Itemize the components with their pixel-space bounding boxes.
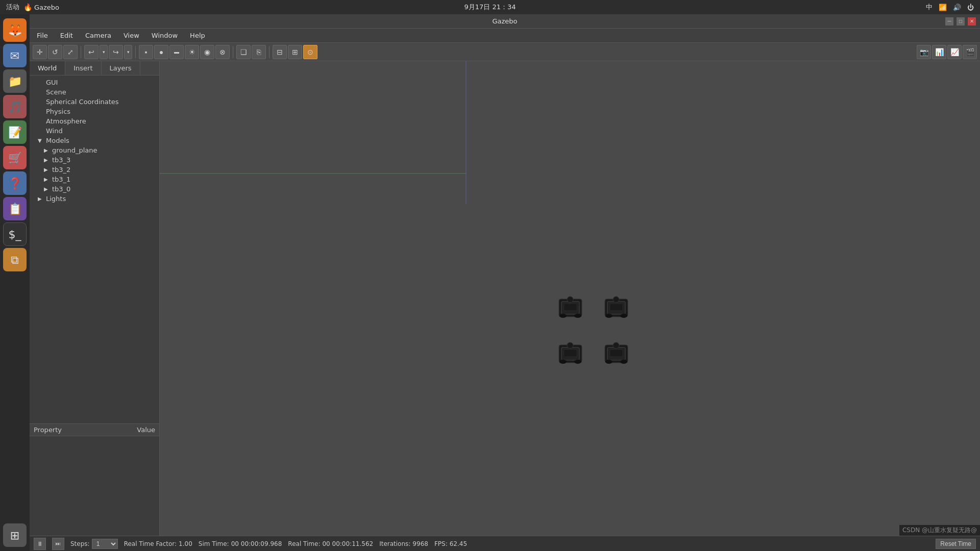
minimize-button[interactable]: ─ bbox=[945, 17, 953, 26]
tree-item-wind[interactable]: Wind bbox=[30, 126, 159, 136]
dock-code[interactable]: 📋 bbox=[3, 197, 27, 220]
tree-item-atmosphere[interactable]: Atmosphere bbox=[30, 116, 159, 126]
iterations-item: Iterations: 9968 bbox=[379, 540, 428, 547]
robot-svg-tb3-0 bbox=[600, 337, 633, 370]
step-button[interactable]: ⏭ bbox=[52, 538, 64, 550]
window-title: Gazebo bbox=[492, 17, 517, 25]
maximize-button[interactable]: □ bbox=[957, 17, 965, 26]
rotate-tool-button[interactable]: ↺ bbox=[48, 45, 62, 59]
power-icon: ⏻ bbox=[967, 4, 974, 11]
reset-time-button[interactable]: Reset Time bbox=[936, 539, 976, 549]
tree-item-spherical-coordinates[interactable]: Spherical Coordinates bbox=[30, 97, 159, 107]
menu-edit[interactable]: Edit bbox=[55, 30, 78, 41]
dock-writer[interactable]: 📝 bbox=[3, 120, 27, 144]
arrow-tb3-0: ▶ bbox=[44, 186, 50, 192]
menu-window[interactable]: Window bbox=[146, 30, 183, 41]
redo-dropdown-button[interactable]: ▾ bbox=[124, 45, 132, 59]
cylinder-button[interactable]: ▬ bbox=[169, 45, 184, 59]
undo-dropdown-button[interactable]: ▾ bbox=[100, 45, 108, 59]
tree-item-tb3-2[interactable]: ▶ tb3_2 bbox=[30, 165, 159, 174]
log-button[interactable]: 📊 bbox=[932, 45, 946, 59]
paste-button[interactable]: ⎘ bbox=[252, 45, 266, 59]
scale-tool-button[interactable]: ⤢ bbox=[63, 45, 78, 59]
system-datetime: 9月17日 21：34 bbox=[464, 3, 516, 12]
robot-svg-tb3-3 bbox=[554, 291, 587, 324]
undo-icon: ↩ bbox=[88, 48, 94, 56]
screenshot-button[interactable]: 📷 bbox=[917, 45, 931, 59]
robot-tb3-0[interactable] bbox=[599, 336, 634, 371]
measure-button[interactable]: ⊙ bbox=[303, 45, 317, 59]
menu-help[interactable]: Help bbox=[185, 30, 210, 41]
tree-item-models[interactable]: ▼ Models bbox=[30, 136, 159, 145]
property-panel: Property Value bbox=[30, 423, 159, 536]
robots-container bbox=[553, 290, 640, 377]
activity-label[interactable]: 活动 bbox=[6, 3, 19, 12]
align-button[interactable]: ⊟ bbox=[273, 45, 287, 59]
dock-mail[interactable]: ✉ bbox=[3, 44, 27, 67]
close-button[interactable]: ✕ bbox=[968, 17, 976, 26]
copy-button[interactable]: ❑ bbox=[236, 45, 251, 59]
real-time-factor-item: Real Time Factor: 1.00 bbox=[124, 540, 192, 547]
tree-item-scene[interactable]: Scene bbox=[30, 87, 159, 97]
svg-point-6 bbox=[567, 296, 573, 303]
dock-terminal[interactable]: $_ bbox=[3, 222, 27, 246]
tree-item-gui[interactable]: GUI bbox=[30, 78, 159, 87]
spot-light-button[interactable]: ⊗ bbox=[215, 45, 230, 59]
system-bar: 活动 🔥 Gazebo 9月17日 21：34 中 📶 🔊 ⏻ bbox=[0, 0, 980, 14]
svg-point-5 bbox=[574, 314, 581, 318]
dock-help[interactable]: ❓ bbox=[3, 171, 27, 195]
dock-apps[interactable]: ⊞ bbox=[3, 523, 27, 547]
snap-icon: ⊞ bbox=[292, 48, 298, 56]
tree-item-ground-plane[interactable]: ▶ ground_plane bbox=[30, 145, 159, 155]
input-method[interactable]: 中 bbox=[926, 3, 933, 12]
menu-bar: File Edit Camera View Window Help bbox=[30, 29, 980, 43]
viewport[interactable]: CSDN @山重水复疑无路@ bbox=[160, 61, 980, 536]
tab-insert[interactable]: Insert bbox=[65, 61, 101, 75]
tree-item-tb3-1[interactable]: ▶ tb3_1 bbox=[30, 174, 159, 184]
copy-icon: ❑ bbox=[240, 48, 247, 56]
menu-view[interactable]: View bbox=[118, 30, 144, 41]
plot-button[interactable]: 📈 bbox=[947, 45, 962, 59]
video-icon: 🎬 bbox=[966, 48, 974, 56]
rotate-icon: ↺ bbox=[52, 48, 58, 56]
point-light-button[interactable]: ◉ bbox=[200, 45, 214, 59]
fps-item: FPS: 62.45 bbox=[434, 540, 467, 547]
pause-button[interactable]: ⏸ bbox=[34, 538, 46, 550]
dock-layers[interactable]: ⧉ bbox=[3, 248, 27, 271]
svg-rect-19 bbox=[564, 349, 577, 357]
title-bar: Gazebo ─ □ ✕ bbox=[30, 14, 980, 29]
select-tool-button[interactable]: ✛ bbox=[33, 45, 47, 59]
video-button[interactable]: 🎬 bbox=[963, 45, 977, 59]
undo-button[interactable]: ↩ bbox=[84, 45, 99, 59]
tree-item-lights[interactable]: ▶ Lights bbox=[30, 194, 159, 204]
steps-label: Steps: bbox=[70, 540, 90, 547]
dock-files[interactable]: 📁 bbox=[3, 69, 27, 93]
dock-appstore[interactable]: 🛒 bbox=[3, 146, 27, 169]
toolbar: ✛ ↺ ⤢ ↩ ▾ ↪ ▾ ▪ ● ▬ ☀ ◉ bbox=[30, 43, 980, 61]
property-col-label: Property bbox=[34, 426, 96, 434]
sun-light-button[interactable]: ☀ bbox=[185, 45, 199, 59]
menu-camera[interactable]: Camera bbox=[80, 30, 116, 41]
sphere-button[interactable]: ● bbox=[154, 45, 168, 59]
svg-point-23 bbox=[620, 360, 627, 364]
steps-selector[interactable]: 1 10 100 bbox=[92, 539, 118, 549]
tree-item-tb3-3[interactable]: ▶ tb3_3 bbox=[30, 155, 159, 165]
robot-tb3-3[interactable] bbox=[553, 290, 589, 325]
menu-file[interactable]: File bbox=[32, 30, 53, 41]
dock-firefox[interactable]: 🦊 bbox=[3, 18, 27, 42]
sun-icon: ☀ bbox=[189, 48, 195, 56]
snap-button[interactable]: ⊞ bbox=[288, 45, 302, 59]
tab-layers[interactable]: Layers bbox=[102, 61, 140, 75]
box-button[interactable]: ▪ bbox=[139, 45, 153, 59]
sim-time-value: 00 00:00:09.968 bbox=[231, 540, 282, 547]
tree-item-tb3-0[interactable]: ▶ tb3_0 bbox=[30, 184, 159, 194]
robot-tb3-1[interactable] bbox=[553, 336, 589, 371]
robot-tb3-2[interactable] bbox=[599, 290, 634, 325]
tree-item-physics[interactable]: Physics bbox=[30, 107, 159, 116]
dock-rhythmbox[interactable]: 🎵 bbox=[3, 95, 27, 118]
align-icon: ⊟ bbox=[277, 48, 283, 56]
separator-2 bbox=[135, 46, 136, 58]
redo-button[interactable]: ↪ bbox=[109, 45, 123, 59]
tab-world[interactable]: World bbox=[30, 61, 65, 75]
toolbar-right: 📷 📊 📈 🎬 bbox=[917, 45, 977, 59]
